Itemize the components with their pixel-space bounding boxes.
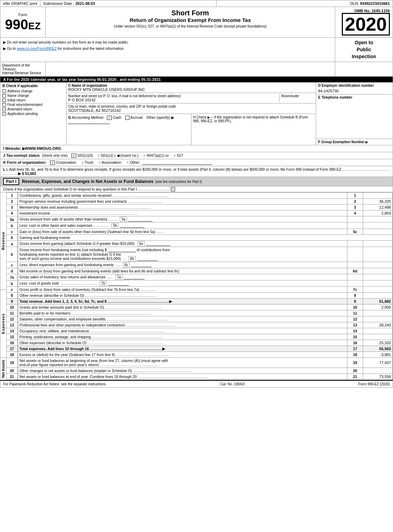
row-value-8 — [363, 293, 393, 299]
line-num-10: 10 — [347, 304, 363, 310]
table-row: 1 Contributions, gifts, grants, and simi… — [7, 193, 393, 199]
table-row: 6 Gaming and fundraising events — [7, 235, 393, 241]
row-desc-10: Grants and similar amounts paid (list in… — [18, 304, 347, 310]
org-name-label: C Name of organization — [68, 84, 314, 87]
row-value-11 — [363, 310, 393, 316]
section-f: F Group Exemption Number ▶ — [316, 139, 393, 145]
row-desc-21: Net assets or fund balances at end of ye… — [18, 374, 347, 380]
section-a-label: A For the 2020 calendar year, or tax yea… — [3, 77, 161, 82]
row-desc-5b: Less: cost or other basis and sales expe… — [18, 223, 347, 229]
data-table: 1 Contributions, gifts, grants, and simi… — [7, 192, 393, 380]
table-row: 19 Net assets or fund balances at beginn… — [7, 358, 393, 368]
row-num-6: 6 — [7, 235, 18, 241]
table-row: c Gross profit or (loss) from sales of i… — [7, 287, 393, 293]
row-num-16: 16 — [7, 340, 18, 346]
row-value-13: 28,243 — [363, 322, 393, 328]
room-label: Room/suite — [281, 94, 314, 98]
line-num-15: 15 — [347, 334, 363, 340]
address-change-checkbox[interactable] — [2, 90, 6, 93]
table-row: b Less: cost or other basis and sales ex… — [7, 223, 393, 229]
section-e-label: E Telephone number — [318, 95, 391, 99]
form-number: 990EZ — [5, 17, 41, 32]
row-value-18: -3,881 — [363, 352, 393, 358]
dept-info: Department of the Treasury Internal Reve… — [0, 62, 46, 76]
cash-label: Cash — [113, 115, 121, 119]
street-section: Number and street (or P. O. box, if mail… — [68, 94, 279, 102]
line-num-1: 1 — [347, 193, 363, 199]
table-row: 11 Benefits paid to or for members . . .… — [7, 310, 393, 316]
section-h: H Check ▶ ○ if the organization is not r… — [191, 114, 316, 145]
row-num-21: 21 — [7, 374, 18, 380]
dept-name: Department of the Treasury — [2, 63, 44, 71]
row-value-6d — [363, 268, 393, 274]
section-f-arrow: ▶ — [366, 140, 368, 144]
schedule-o-checkbox[interactable]: ✓ — [171, 187, 175, 191]
org-name-value: ROCKY MTN ORACLE USERS GROUP INC — [68, 87, 314, 92]
table-row: 20 Other changes in net assets or fund b… — [7, 368, 393, 374]
row-value-5a — [363, 216, 393, 223]
application-pending-label: Application pending — [7, 112, 38, 116]
section-i-label: I Website: ▶WWW.RMOUG.ORG — [3, 146, 61, 151]
section-f-label: F Group Exemption Number — [318, 140, 364, 144]
row-value-5b — [363, 223, 393, 229]
row-num-7b: b — [7, 280, 18, 287]
main-table-section: Revenue Expenses Net Assets 1 Contributi… — [0, 192, 393, 380]
row-num-6c: c — [7, 262, 18, 268]
row-value-12 — [363, 316, 393, 322]
row-num-17: 17 — [7, 346, 18, 352]
line-num-8: 8 — [347, 293, 363, 299]
under-section: Under section 501(c), 527, or 4947(a)(1)… — [48, 24, 332, 28]
section-k: K Form of organization: ✓ Corporation ○ … — [0, 159, 393, 166]
initial-return-checkbox[interactable] — [2, 99, 6, 102]
final-return-label: Final return/terminated — [7, 103, 42, 107]
line-num-5b — [347, 223, 363, 229]
table-row: 12 Salaries, other compensation, and emp… — [7, 316, 393, 322]
line-num-16: 16 — [347, 340, 363, 346]
row-value-17: 55,563 — [363, 346, 393, 352]
section-d-value: 84-1425730 — [318, 89, 391, 93]
row-desc-18: Excess or (deficit) for the year (Subtra… — [18, 352, 347, 358]
row-desc-6: Gaming and fundraising events — [18, 235, 393, 241]
instruction2: ▶ Go to www.irs.gov/Form990EZ for instru… — [3, 45, 332, 52]
table-row: 16 Other expenses (describe in Schedule … — [7, 340, 393, 346]
application-pending-checkbox[interactable] — [2, 112, 6, 116]
table-row: 7a Gross sales of inventory, less return… — [7, 274, 393, 280]
table-row: c Less: direct expenses from gaming and … — [7, 262, 393, 268]
row-num-4: 4 — [7, 210, 18, 216]
footer: For Paperwork Reduction Act Notice, see … — [0, 380, 393, 388]
final-return-checkbox[interactable] — [2, 103, 6, 107]
name-change-row: Name change — [2, 94, 64, 98]
submission-date-value: 2021-08-03 — [76, 1, 95, 6]
row-desc-6c: Less: direct expenses from gaming and fu… — [18, 262, 347, 268]
row-value-15 — [363, 334, 393, 340]
name-change-label: Name change — [7, 94, 29, 98]
row-num-20: 20 — [7, 368, 18, 374]
initial-return-row: Initial return — [2, 98, 64, 102]
line-num-5a — [347, 216, 363, 223]
efile-label: efile GRAPHIC print — [0, 0, 40, 7]
row-num-18: 18 — [7, 352, 18, 358]
street-label: Number and street (or P. O. box, if mail… — [68, 94, 279, 98]
row-value-16: 25,320 — [363, 340, 393, 346]
table-row: 2 Program service revenue including gove… — [7, 199, 393, 205]
section-j: J Tax-exempt status (check only one) ✓ 5… — [0, 152, 393, 159]
line-num-6d: 6d — [347, 268, 363, 274]
amended-return-checkbox[interactable] — [2, 108, 6, 111]
net-assets-vert-label: Net Assets — [0, 358, 7, 380]
section-h-text: H Check ▶ ○ if the organization is not r… — [193, 115, 308, 123]
table-row: 15 Printing, publications, postage, and … — [7, 334, 393, 340]
name-change-checkbox[interactable] — [2, 94, 6, 98]
dept-irs: Internal Revenue Service — [2, 71, 44, 75]
row-desc-9: Total revenue. Add lines 1, 2, 3, 4, 5c,… — [18, 299, 347, 304]
line-num-13: 13 — [347, 322, 363, 328]
dln-section: DLN: 93492215010661 — [217, 0, 393, 7]
application-pending-row: Application pending — [2, 112, 64, 116]
row-num-7c: c — [7, 287, 18, 293]
line-num-9: 9 — [347, 299, 363, 304]
table-row: 14 Occupancy, rent, utilities, and maint… — [7, 328, 393, 334]
row-num-9: 9 — [7, 299, 18, 304]
footer-form-ref: Form 990-EZ (2020) — [358, 382, 390, 386]
row-desc-4: Investment income . . . . . . . . . . . … — [18, 210, 347, 216]
row-num-13: 13 — [7, 322, 18, 328]
amended-return-row: Amended return — [2, 107, 64, 111]
